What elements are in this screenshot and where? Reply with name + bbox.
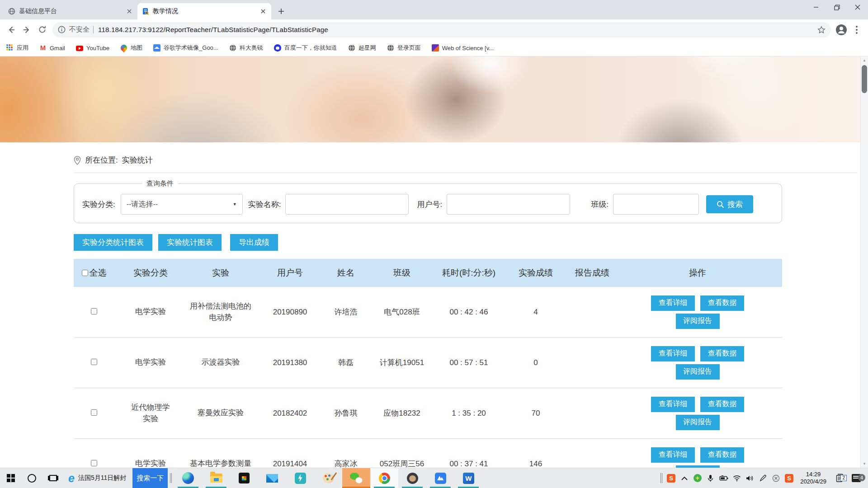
clock-time: 14:29	[806, 471, 821, 478]
new-tab-button[interactable]	[275, 5, 288, 18]
view-detail-button[interactable]: 查看详细	[651, 296, 695, 311]
table-row: 电学实验 基本电学参数测量 20191404 高家冰 052班周三56 00 :…	[74, 439, 782, 468]
tab-basic-info-platform[interactable]: 基础信息平台	[4, 3, 137, 19]
task-view-button[interactable]	[42, 468, 64, 488]
taskbar-app-edge[interactable]	[174, 468, 202, 488]
experiment-name-input[interactable]	[285, 194, 409, 215]
sogou-input-icon[interactable]	[665, 474, 678, 483]
view-detail-button[interactable]: 查看详细	[651, 346, 695, 361]
tray-documents-button[interactable]: 2	[831, 474, 847, 483]
forward-icon[interactable]	[19, 22, 34, 38]
chevron-up-icon[interactable]	[678, 476, 691, 480]
restore-button[interactable]	[826, 0, 847, 14]
action-center-button[interactable]: 4	[847, 474, 865, 482]
scroll-up-arrow[interactable]: ▲	[861, 56, 868, 64]
taskbar-app-store[interactable]	[230, 468, 258, 488]
taskbar-clock[interactable]: 14:29 2020/4/29	[796, 471, 831, 485]
bookmark-apps[interactable]: 应用	[6, 44, 28, 52]
taskbar-app-mail[interactable]	[258, 468, 286, 488]
export-scores-button[interactable]: 导出成绩	[230, 234, 278, 251]
bookmark-chaoxing[interactable]: 超星网	[348, 44, 376, 52]
profile-avatar[interactable]	[834, 22, 849, 38]
minimize-button[interactable]	[806, 0, 826, 14]
browser-menu-icon[interactable]	[849, 22, 864, 38]
bookmark-label: 谷歌学术镜像_Goo...	[164, 44, 218, 52]
reload-icon[interactable]	[34, 22, 50, 38]
page-scrollbar[interactable]: ▲ ▼	[860, 56, 868, 468]
experiment-stat-chart-button[interactable]: 实验统计图表	[158, 234, 222, 251]
wifi-icon[interactable]	[730, 475, 743, 481]
close-window-button[interactable]	[847, 0, 868, 14]
360-safe-icon[interactable]	[691, 474, 704, 482]
cortana-button[interactable]	[21, 468, 42, 488]
user-id-input[interactable]	[447, 194, 570, 215]
view-data-button[interactable]: 查看数据	[700, 397, 744, 412]
address-bar[interactable]: 不安全 118.184.217.73:9122/ReportTeacher/TL…	[52, 22, 831, 38]
tab-close-icon[interactable]	[259, 8, 267, 15]
bookmark-maps[interactable]: 地图	[120, 44, 142, 52]
news-ticker[interactable]: 法国5月11日解封	[64, 468, 132, 488]
cell-name: 高家冰	[326, 459, 366, 468]
bookmark-kedaaorui[interactable]: 科大奥锐	[229, 44, 263, 52]
start-button[interactable]	[0, 468, 21, 488]
microphone-icon[interactable]	[704, 474, 717, 482]
tab-title: 基础信息平台	[19, 7, 122, 15]
taskbar-search-button[interactable]: 搜索一下	[132, 468, 168, 488]
view-data-button[interactable]: 查看数据	[700, 346, 744, 361]
back-icon[interactable]	[4, 22, 19, 38]
taskbar-app-file-explorer[interactable]	[202, 468, 230, 488]
info-icon[interactable]	[58, 26, 66, 33]
taskbar-app-mountain[interactable]	[426, 468, 454, 488]
taskbar-app-wechat[interactable]	[342, 468, 370, 488]
bookmark-baidu[interactable]: 百度一下，你就知道	[274, 44, 337, 52]
bookmark-star-icon[interactable]	[817, 26, 826, 34]
bookmark-web-of-science[interactable]: Web of Science [v...	[432, 44, 494, 52]
disconnected-icon[interactable]	[769, 474, 783, 482]
header-actions: 操作	[613, 267, 782, 279]
review-report-button[interactable]: 评阅报告	[676, 364, 720, 380]
bookmark-gmail[interactable]: Gmail	[39, 44, 65, 52]
row-checkbox[interactable]	[91, 359, 97, 365]
bookmark-login-page[interactable]: 登录页面	[387, 44, 421, 52]
volume-icon[interactable]	[743, 475, 756, 482]
chart-buttons-row: 实验分类统计图表 实验统计图表 导出成绩	[74, 234, 782, 251]
sogou-input-icon[interactable]	[783, 474, 796, 483]
row-checkbox[interactable]	[91, 308, 97, 314]
review-report-button[interactable]: 评阅报告	[676, 415, 720, 430]
view-detail-button[interactable]: 查看详细	[651, 447, 695, 463]
category-select[interactable]: --请选择-- ▼	[121, 194, 243, 215]
report-favicon	[142, 8, 149, 15]
cell-duration: 00 : 42 : 46	[438, 308, 500, 317]
tab-close-icon[interactable]	[126, 8, 133, 15]
battery-icon[interactable]	[717, 475, 730, 481]
mountain-app-icon	[435, 473, 446, 484]
taskbar-app-word[interactable]	[454, 468, 482, 488]
row-checkbox[interactable]	[91, 460, 97, 466]
scroll-down-arrow[interactable]: ▼	[861, 460, 868, 468]
scrollbar-thumb[interactable]	[862, 65, 867, 93]
row-checkbox[interactable]	[91, 409, 97, 416]
select-all-label: 全选	[90, 267, 107, 279]
class-input[interactable]	[613, 194, 699, 215]
search-button[interactable]: 搜索	[706, 195, 753, 213]
select-all-checkbox[interactable]	[82, 270, 88, 276]
bookmark-label: 应用	[17, 44, 28, 52]
category-stat-chart-button[interactable]: 实验分类统计图表	[74, 234, 152, 251]
taskbar-app-chrome[interactable]	[370, 468, 398, 488]
view-data-button[interactable]: 查看数据	[700, 296, 744, 311]
ie-icon	[68, 473, 75, 484]
view-data-button[interactable]: 查看数据	[700, 447, 744, 463]
taskbar-app-paint[interactable]	[314, 468, 342, 488]
view-detail-button[interactable]: 查看详细	[651, 397, 695, 412]
taskbar-app-lightning[interactable]	[286, 468, 314, 488]
header-lab-score: 实验成绩	[500, 267, 571, 279]
cell-experiment: 示波器实验	[202, 357, 240, 368]
taskbar-app-avatar[interactable]	[398, 468, 426, 488]
bookmark-scholar-mirror[interactable]: 谷歌学术镜像_Goo...	[153, 44, 218, 52]
tab-teaching-status[interactable]: 教学情况	[137, 3, 271, 19]
review-report-button[interactable]: 评阅报告	[676, 314, 720, 329]
pen-input-icon[interactable]	[756, 474, 769, 482]
cell-lab-score: 0	[500, 358, 571, 367]
bookmark-youtube[interactable]: YouTube	[76, 45, 109, 52]
file-explorer-icon	[210, 474, 222, 483]
